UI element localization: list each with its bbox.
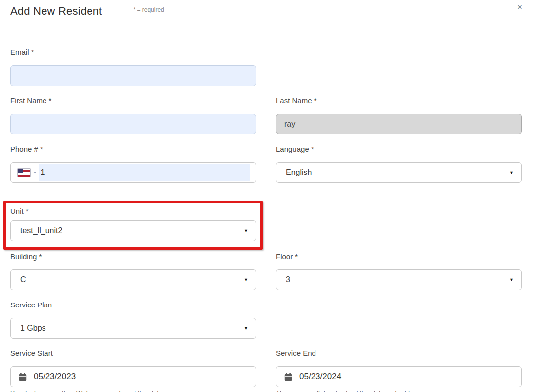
required-note: * = required: [133, 6, 164, 13]
service-plan-value: 1 Gbps: [20, 324, 46, 333]
service-plan-label: Service Plan: [10, 301, 256, 309]
row-service-dates: Service Start 05/23/2023 Resident can us…: [10, 349, 540, 392]
first-name-field[interactable]: [10, 114, 256, 134]
dropdown-arrow-icon: ▼: [509, 170, 514, 175]
dialog-body: Email * First Name * Last Name * Phone #…: [0, 30, 540, 392]
building-select[interactable]: C ▼: [10, 269, 256, 290]
last-name-label: Last Name *: [276, 96, 522, 105]
language-value: English: [286, 168, 312, 177]
service-start-label: Service Start: [10, 349, 256, 358]
unit-select[interactable]: test_ll_unit2 ▼: [10, 220, 256, 241]
unit-highlight-annotation: Unit * test_ll_unit2 ▼: [3, 201, 263, 250]
row-name: First Name * Last Name *: [10, 96, 540, 134]
last-name-field: [276, 114, 522, 134]
unit-label: Unit *: [10, 207, 256, 216]
language-select[interactable]: English ▼: [276, 162, 522, 183]
dropdown-arrow-icon: ▼: [244, 228, 248, 233]
floor-select[interactable]: 3 ▼: [276, 269, 522, 290]
unit-value: test_ll_unit2: [20, 226, 62, 235]
service-start-field[interactable]: 05/23/2023: [10, 366, 256, 387]
close-icon[interactable]: ×: [517, 2, 522, 12]
add-resident-dialog: Add New Resident * = required × Email * …: [0, 0, 540, 392]
service-end-value: 05/23/2024: [299, 372, 341, 382]
calendar-icon: [19, 373, 27, 381]
language-label: Language *: [276, 145, 522, 154]
dropdown-arrow-icon: ▼: [244, 277, 248, 282]
calendar-icon: [284, 373, 292, 381]
dialog-header: Add New Resident * = required ×: [0, 0, 540, 30]
phone-label: Phone # *: [10, 145, 256, 154]
row-unit: Unit * test_ll_unit2 ▼: [10, 193, 540, 252]
service-end-label: Service End: [276, 349, 522, 358]
row-email: Email *: [10, 48, 540, 86]
first-name-label: First Name *: [10, 96, 256, 105]
row-building-floor: Building * C ▼ Floor * 3 ▼: [10, 252, 540, 290]
bottom-divider: [0, 389, 540, 389]
building-value: C: [20, 275, 26, 284]
chevron-down-icon[interactable]: ⌄: [33, 169, 37, 174]
floor-label: Floor *: [276, 252, 522, 261]
phone-field[interactable]: ⌄ 1: [10, 162, 256, 183]
floor-value: 3: [286, 275, 290, 284]
email-label: Email *: [10, 48, 256, 57]
service-end-helper: The service will deactivate at this date…: [276, 389, 522, 392]
dropdown-arrow-icon: ▼: [244, 326, 248, 331]
dialog-title: Add New Resident: [10, 5, 102, 18]
row-phone-language: Phone # * ⌄ 1 Language * English ▼: [10, 145, 540, 183]
phone-country-code[interactable]: 1: [39, 164, 250, 181]
row-service-plan: Service Plan 1 Gbps ▼: [10, 301, 540, 339]
dropdown-arrow-icon: ▼: [509, 277, 514, 282]
service-plan-select[interactable]: 1 Gbps ▼: [10, 318, 256, 339]
service-start-value: 05/23/2023: [34, 372, 76, 382]
email-field[interactable]: [10, 65, 256, 86]
service-start-helper: Resident can use their Wi-Fi password as…: [10, 389, 256, 392]
us-flag-icon[interactable]: [18, 169, 30, 177]
building-label: Building *: [10, 252, 256, 261]
service-end-field[interactable]: 05/23/2024: [276, 366, 522, 387]
